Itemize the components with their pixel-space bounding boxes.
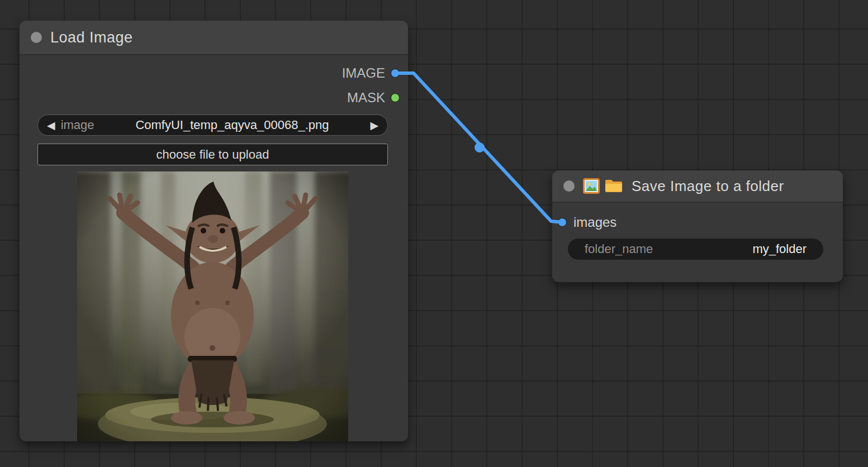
combo-next-arrow-icon[interactable]: ▶ [370, 120, 378, 131]
output-slot-mask[interactable]: MASK [20, 90, 408, 106]
picture-icon [583, 178, 600, 194]
output-dot-mask[interactable] [391, 93, 400, 102]
input-slot-images[interactable]: images [558, 215, 616, 230]
folder-name-widget-label: folder_name [585, 242, 653, 256]
node-load-image[interactable]: Load Image IMAGE MASK ◀ image ComfyUI_te… [20, 21, 408, 441]
link-midpoint-dot[interactable] [475, 142, 485, 153]
choose-file-button[interactable]: choose file to upload [37, 144, 388, 165]
image-preview [77, 171, 348, 441]
folder-name-widget[interactable]: folder_name my_folder [568, 239, 823, 260]
load-image-titlebar[interactable]: Load Image [20, 21, 408, 55]
combo-widget-value: ComfyUI_temp_aqyva_00068_.png [94, 118, 371, 132]
node-status-dot[interactable] [563, 180, 575, 192]
output-slot-image[interactable]: IMAGE [20, 65, 408, 81]
save-node-titlebar[interactable]: Save Image to a folder [552, 170, 843, 203]
image-preview-container [77, 171, 348, 441]
node-status-dot[interactable] [31, 32, 42, 43]
input-dot-images[interactable] [558, 218, 567, 227]
image-to-images-link[interactable] [398, 73, 562, 222]
folder-name-widget-value: my_folder [752, 242, 807, 256]
combo-prev-arrow-icon[interactable]: ◀ [47, 120, 55, 131]
image-combo-widget[interactable]: ◀ image ComfyUI_temp_aqyva_00068_.png ▶ [37, 115, 388, 136]
node-title: Load Image [50, 29, 133, 46]
node-graph-canvas[interactable]: Load Image IMAGE MASK ◀ image ComfyUI_te… [0, 0, 868, 467]
folder-icon [604, 179, 623, 193]
node-save-image-to-folder[interactable]: Save Image to a folder images folder_nam… [552, 170, 843, 282]
combo-widget-label: image [61, 118, 94, 132]
output-label-mask: MASK [347, 90, 385, 106]
save-node-title-icons [583, 178, 623, 194]
output-label-image: IMAGE [342, 65, 385, 81]
input-label-images: images [573, 215, 616, 230]
output-dot-image[interactable] [391, 69, 400, 78]
node-title: Save Image to a folder [632, 178, 784, 195]
